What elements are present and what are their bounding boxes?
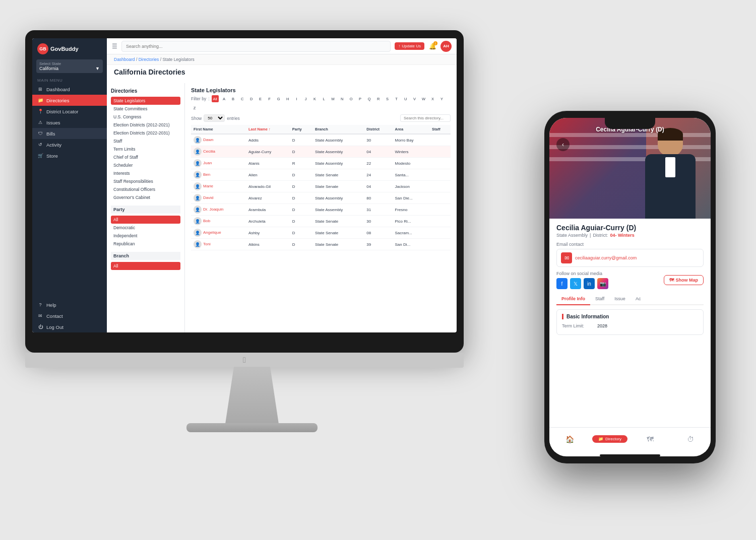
user-avatar[interactable]: AH [440, 41, 452, 52]
col-area[interactable]: Area [392, 125, 429, 134]
phone-nav-map[interactable]: 🗺 [645, 434, 656, 445]
table-row[interactable]: 👤Juan Alanis R State Assembly 22 Modesto [191, 158, 451, 169]
letter-j[interactable]: J [302, 95, 309, 102]
letter-v[interactable]: V [411, 95, 418, 102]
update-button[interactable]: ↑ Update Us [395, 42, 424, 50]
letter-all[interactable]: All [212, 95, 219, 102]
dir-item-staff-responsibilities[interactable]: Staff Responsibilities [111, 177, 180, 185]
instagram-icon[interactable]: 📷 [597, 278, 608, 289]
top-bar-actions: ↑ Update Us 🔔 1 AH [395, 41, 452, 52]
col-first-name[interactable]: First Name [191, 125, 246, 134]
dir-item-state-legislators[interactable]: State Legislators [111, 97, 180, 105]
sidebar-item-directories[interactable]: 📁 Directories [32, 95, 107, 106]
party-all[interactable]: All [111, 216, 180, 224]
dir-item-us-congress[interactable]: U.S. Congress [111, 113, 180, 121]
letter-g[interactable]: G [275, 95, 282, 102]
letter-o[interactable]: O [348, 95, 355, 102]
directory-search-input[interactable] [400, 114, 451, 122]
dir-item-term-limits[interactable]: Term Limits [111, 145, 180, 153]
col-branch[interactable]: Branch [312, 125, 364, 134]
letter-l[interactable]: L [321, 95, 328, 102]
twitter-icon[interactable]: 𝕏 [570, 278, 581, 289]
table-row[interactable]: 👤Cecilia Aguiar-Curry D State Assembly 0… [191, 146, 451, 158]
phone-nav-home[interactable]: 🏠 [564, 434, 575, 445]
tab-issue[interactable]: Issue [609, 293, 631, 305]
table-row[interactable]: 👤David Alvarez D State Assembly 80 San D… [191, 192, 451, 204]
letter-x[interactable]: X [429, 95, 436, 102]
letter-a[interactable]: A [221, 95, 228, 102]
col-staff[interactable]: Staff [429, 125, 451, 134]
branch-all[interactable]: All [111, 262, 180, 270]
letter-w[interactable]: W [420, 95, 427, 102]
sidebar-item-issues[interactable]: ⚠ Issues [32, 117, 107, 128]
letter-d[interactable]: D [248, 95, 255, 102]
sidebar-item-district-locator[interactable]: 📍 District Locator [32, 106, 107, 117]
dir-item-staff[interactable]: Staff [111, 137, 180, 145]
search-input[interactable] [121, 41, 391, 52]
table-row[interactable]: 👤Bob Archuleta D State Senate 30 Pico Ri… [191, 216, 451, 227]
letter-i[interactable]: I [293, 95, 300, 102]
table-row[interactable]: 👤Toni Atkins D State Senate 39 San Di... [191, 239, 451, 250]
table-row[interactable]: 👤Dawn Addis D State Assembly 30 Morro Ba… [191, 134, 451, 146]
letter-z[interactable]: Z [191, 104, 198, 111]
breadcrumb-directories[interactable]: Directories [139, 57, 159, 62]
party-republican[interactable]: Republican [111, 240, 180, 248]
letter-b[interactable]: B [230, 95, 237, 102]
imac-chin:  [25, 353, 464, 368]
back-button[interactable]: ‹ [556, 138, 570, 151]
letter-h[interactable]: H [284, 95, 291, 102]
sidebar-item-dashboard[interactable]: ⊞ Dashboard [32, 84, 107, 95]
letter-p[interactable]: P [357, 95, 364, 102]
sidebar-item-store[interactable]: 🛒 Store [32, 150, 107, 161]
party-independent[interactable]: Independent [111, 232, 180, 240]
tab-more[interactable]: Ac [631, 293, 646, 305]
breadcrumb-dashboard[interactable]: Dashboard [114, 57, 135, 62]
sidebar-item-logout[interactable]: ⏻ Log Out [32, 321, 107, 332]
letter-n[interactable]: N [339, 95, 346, 102]
dir-item-scheduler[interactable]: Scheduler [111, 161, 180, 169]
letter-f[interactable]: F [266, 95, 273, 102]
table-row[interactable]: 👤Dr. Joaquin Arambula D State Assembly 3… [191, 204, 451, 216]
letter-u[interactable]: U [402, 95, 409, 102]
facebook-icon[interactable]: f [556, 278, 568, 289]
email-address[interactable]: ceciliaaguiar.curry@gmail.com [575, 255, 637, 260]
hamburger-icon[interactable]: ☰ [112, 43, 117, 50]
sidebar-item-help[interactable]: ? Help [32, 299, 107, 310]
letter-y[interactable]: Y [438, 95, 446, 102]
letter-m[interactable]: M [330, 95, 337, 102]
dir-item-chief-of-staff[interactable]: Chief of Staff [111, 153, 180, 161]
sidebar-item-contact[interactable]: ✉ Contact [32, 310, 107, 321]
dir-item-governors-cabinet[interactable]: Governor's Cabinet [111, 193, 180, 201]
dir-item-constitutional[interactable]: Constitutional Officers [111, 185, 180, 193]
dir-item-election-2022[interactable]: Election Districts (2022-2031) [111, 129, 180, 137]
sidebar-item-bills[interactable]: 🛡 Bills [32, 128, 107, 139]
linkedin-icon[interactable]: in [584, 278, 595, 289]
col-last-name[interactable]: Last Name ↑ [246, 125, 290, 134]
col-district[interactable]: District [364, 125, 392, 134]
notifications-button[interactable]: 🔔 1 [427, 41, 437, 51]
letter-r[interactable]: R [375, 95, 382, 102]
letter-c[interactable]: C [239, 95, 246, 102]
state-selector[interactable]: Select State California ▼ [36, 59, 103, 73]
table-row[interactable]: 👤Ben Allen D State Senate 24 Santa... [191, 169, 451, 181]
letter-e[interactable]: E [257, 95, 264, 102]
phone-nav-time[interactable]: ⏱ [685, 434, 696, 445]
table-row[interactable]: 👤Angelique Ashby D State Senate 08 Sacra… [191, 227, 451, 239]
sidebar-item-activity[interactable]: ↺ Activity [32, 139, 107, 150]
table-row[interactable]: 👤Marie Alvarado-Gil D State Senate 04 Ja… [191, 181, 451, 192]
phone-nav-directory[interactable]: 📁 Directory [604, 434, 615, 445]
col-party[interactable]: Party [290, 125, 312, 134]
tab-profile-info[interactable]: Profile Info [556, 293, 590, 305]
district-link[interactable]: 04- Winters [610, 233, 634, 238]
dir-item-election-2012[interactable]: Election Districts (2012-2021) [111, 121, 180, 129]
party-democratic[interactable]: Democratic [111, 224, 180, 232]
letter-q[interactable]: Q [366, 95, 373, 102]
tab-staff[interactable]: Staff [590, 293, 609, 305]
letter-t[interactable]: T [393, 95, 400, 102]
letter-k[interactable]: K [311, 95, 319, 102]
letter-s[interactable]: S [384, 95, 391, 102]
dir-item-state-committees[interactable]: State Committees [111, 105, 180, 113]
show-map-button[interactable]: 🗺 Show Map [664, 275, 704, 285]
entries-select[interactable]: 50 25 100 [204, 114, 225, 122]
dir-item-interests[interactable]: Interests [111, 169, 180, 177]
